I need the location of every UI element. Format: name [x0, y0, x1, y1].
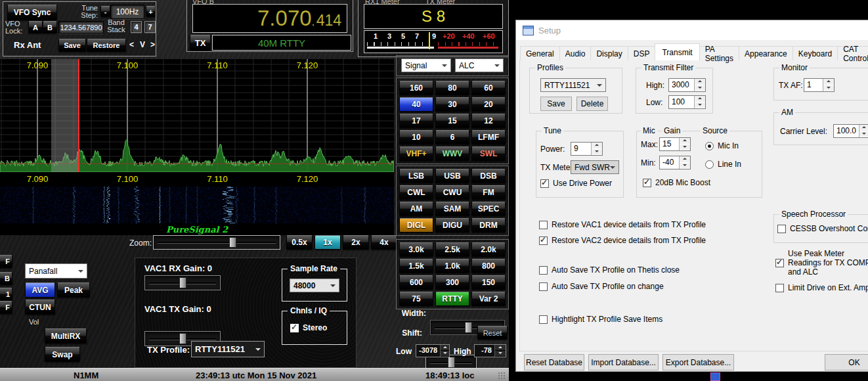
band-button-swl[interactable]: SWL	[471, 146, 506, 161]
save-button[interactable]: Save	[58, 39, 86, 52]
band-button-6[interactable]: 6	[435, 130, 469, 145]
mode-button-drm[interactable]: DRM	[471, 218, 506, 233]
line-in-radio[interactable]	[705, 160, 714, 169]
tab-transmit[interactable]: Transmit	[655, 43, 699, 60]
filter-button-var2[interactable]: Var 2	[471, 292, 506, 306]
clipped-button-4[interactable]: F	[0, 301, 12, 314]
rx-ant-label[interactable]: Rx Ant	[14, 40, 41, 50]
filter-button-150[interactable]: 150	[471, 275, 506, 290]
filter-button-300[interactable]: 300	[435, 275, 469, 290]
stereo-checkbox[interactable]	[290, 324, 299, 332]
filter-button-3k[interactable]: 3.0k	[399, 242, 433, 257]
line-in-radio-row[interactable]: Line In	[705, 160, 741, 169]
taskbar-icon[interactable]	[710, 372, 720, 381]
filter-button-600[interactable]: 600	[399, 275, 433, 290]
mode-button-sam[interactable]: SAM	[435, 202, 469, 216]
tab-appearance[interactable]: Appearance	[739, 46, 793, 60]
profile-save-button[interactable]: Save	[540, 97, 572, 111]
filter-button-2k[interactable]: 2.0k	[471, 242, 506, 257]
band-button-vhf[interactable]: VHF+	[399, 146, 433, 161]
band-button-12[interactable]: 12	[471, 114, 506, 128]
tab-cat-control[interactable]: CAT Control	[837, 46, 868, 60]
peak-meter-row[interactable]: Use Peak Meter Readings for TX COMP and …	[775, 249, 868, 277]
export-database-button[interactable]: Export Database...	[662, 354, 734, 370]
peak-button[interactable]: Peak	[57, 282, 90, 298]
autosave-close-checkbox[interactable]	[539, 266, 548, 275]
zoom-slider[interactable]	[153, 235, 280, 250]
low-spinner-arrows[interactable]	[440, 345, 449, 357]
band-button-80[interactable]: 80	[435, 81, 469, 95]
filter-button-2.5k[interactable]: 2.5k	[435, 242, 469, 257]
autosave-close-row[interactable]: Auto Save TX Profile on Thetis close	[539, 265, 680, 275]
carrier-level-arrows[interactable]	[859, 125, 868, 137]
tune-step-plus-button[interactable]: +	[146, 6, 156, 17]
band-button-60[interactable]: 60	[471, 81, 506, 95]
cessb-row[interactable]: CESSB Overshoot Control	[777, 224, 868, 233]
shift-reset-button[interactable]: Reset	[477, 326, 508, 340]
mode-button-lsb[interactable]: LSB	[399, 169, 433, 183]
stereo-checkbox-row[interactable]: Stereo	[290, 323, 327, 332]
mode-button-cwl[interactable]: CWL	[399, 185, 433, 200]
use-drive-power-checkbox[interactable]	[540, 179, 549, 188]
high-value[interactable]: -78	[475, 345, 494, 357]
width-slider-handle[interactable]	[465, 322, 472, 333]
band-button-160[interactable]: 160	[399, 81, 433, 95]
band-button-17[interactable]: 17	[399, 114, 433, 128]
stack-next-button[interactable]: >	[150, 40, 155, 49]
avg-button[interactable]: AVG	[25, 282, 55, 298]
tune-power-spinner[interactable]: 9	[571, 142, 603, 156]
tx-filter-low-spinner[interactable]: 100	[668, 95, 706, 109]
mic-in-radio-row[interactable]: Mic In	[705, 141, 739, 150]
restore-vac2-row[interactable]: Restore VAC2 device details from TX Prof…	[539, 236, 706, 245]
display-mode-select[interactable]: Panafall	[25, 263, 87, 279]
stack-prev-button[interactable]: <	[129, 40, 134, 49]
swap-button[interactable]: Swap	[45, 347, 80, 362]
tx-filter-high-arrows[interactable]	[694, 79, 705, 91]
band-stack-4[interactable]: 4	[131, 21, 142, 33]
mic-min-arrows[interactable]	[679, 156, 690, 169]
clipped-button-1[interactable]: F	[0, 255, 12, 268]
frequency-entry[interactable]: 1234.567890	[58, 21, 104, 34]
tx-filter-high-spinner[interactable]: 3000	[668, 78, 706, 92]
rx-meter-select[interactable]: Signal	[401, 58, 451, 72]
vac-tx-gain-handle[interactable]	[179, 333, 186, 344]
filter-button-rtty[interactable]: RTTY	[435, 292, 469, 306]
highlight-checkbox[interactable]	[539, 315, 548, 324]
panadapter[interactable]	[0, 59, 394, 172]
tune-step-value[interactable]: 100Hz	[110, 5, 144, 19]
shift-slider-handle[interactable]	[448, 357, 455, 368]
band-button-10[interactable]: 10	[399, 130, 433, 145]
zoom-0.5x-button[interactable]: 0.5x	[286, 235, 313, 250]
cessb-checkbox[interactable]	[777, 225, 786, 233]
mode-button-am[interactable]: AM	[399, 202, 433, 216]
tune-power-arrows[interactable]	[591, 143, 602, 155]
waterfall[interactable]	[0, 187, 394, 223]
restore-vac1-row[interactable]: Restore VAC1 device details from TX Prof…	[539, 220, 706, 229]
mode-button-usb[interactable]: USB	[435, 169, 469, 183]
band-button-wwv[interactable]: WWV	[435, 146, 469, 161]
restore-button[interactable]: Restore	[87, 39, 126, 52]
limit-drive-checkbox[interactable]	[775, 284, 784, 292]
tab-keyboard[interactable]: Keyboard	[792, 46, 838, 60]
band-button-20[interactable]: 20	[471, 97, 506, 112]
vac-rx-gain-handle[interactable]	[179, 277, 186, 288]
filter-button-1.5k[interactable]: 1.5k	[399, 259, 433, 273]
vfo-lock-b-button[interactable]: B	[43, 21, 57, 34]
band-button-lfmf[interactable]: LFMF	[471, 130, 506, 145]
mode-button-fm[interactable]: FM	[471, 185, 506, 200]
carrier-level-value[interactable]: 100.0	[834, 125, 859, 137]
band-button-40[interactable]: 40	[399, 97, 433, 112]
tx-meter-select[interactable]: ALC	[455, 58, 504, 72]
mode-button-cwu[interactable]: CWU	[435, 185, 469, 200]
low-value[interactable]: -3078	[416, 345, 440, 357]
dialog-title-bar[interactable]: Setup	[516, 20, 868, 40]
tab-pa-settings[interactable]: PA Settings	[699, 46, 739, 60]
zoom-4x-button[interactable]: 4x	[371, 235, 397, 250]
band-stack-7[interactable]: 7	[144, 21, 156, 33]
highlight-row[interactable]: Hightlight TX Profile Save Items	[539, 315, 662, 324]
band-mode-display[interactable]: 40M RTTY	[212, 35, 351, 51]
vac-rx-gain-slider[interactable]	[144, 275, 221, 290]
high-spinner-arrows[interactable]	[494, 345, 506, 357]
low-spinner[interactable]: -3078	[416, 344, 450, 357]
limit-drive-row[interactable]: Limit Drive on Ext. Amp. Ov	[775, 283, 868, 292]
